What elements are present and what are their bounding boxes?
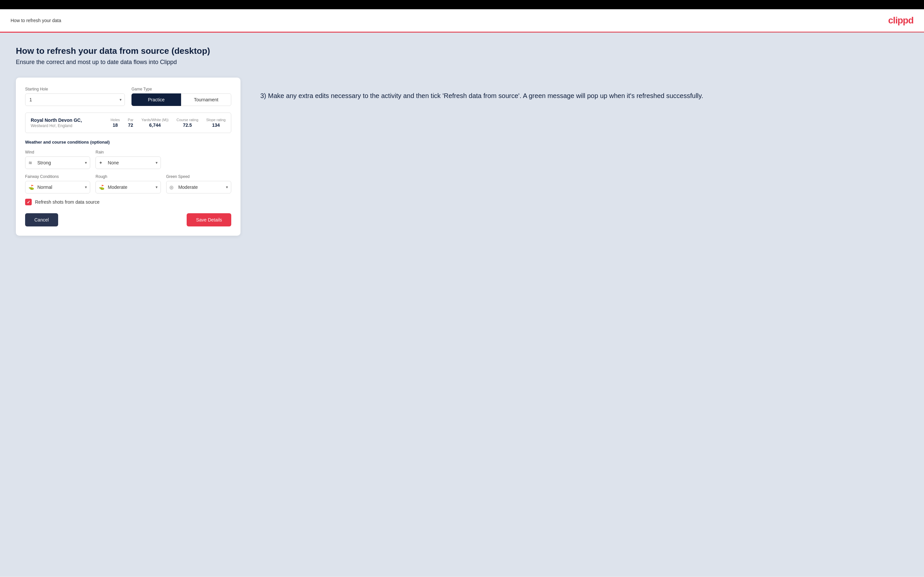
rain-select[interactable]: None Light Heavy xyxy=(95,156,160,169)
content-area: Starting Hole 1 10 ▾ Game Type Practice … xyxy=(16,77,908,236)
wind-group: Wind ≋ Strong Light None ▾ xyxy=(25,150,90,169)
rough-label: Rough xyxy=(95,174,160,179)
wind-select[interactable]: Strong Light None xyxy=(25,156,90,169)
course-rating-label: Course rating xyxy=(176,118,198,122)
course-stats: Holes 18 Par 72 Yards/White (M)) 6,744 C… xyxy=(111,118,226,128)
tournament-button[interactable]: Tournament xyxy=(181,93,231,106)
cancel-button[interactable]: Cancel xyxy=(25,213,58,226)
wind-select-wrapper: ≋ Strong Light None ▾ xyxy=(25,156,90,169)
fairway-icon: ⛳ xyxy=(28,185,34,190)
slope-rating-value: 134 xyxy=(212,122,220,128)
rough-select-wrapper: ⛳ Moderate Light Heavy ▾ xyxy=(95,181,160,193)
save-button[interactable]: Save Details xyxy=(187,213,231,226)
header: How to refresh your data clippd xyxy=(0,9,924,32)
refresh-label: Refresh shots from data source xyxy=(35,199,99,205)
main-content: How to refresh your data from source (de… xyxy=(0,33,924,577)
yards-label: Yards/White (M)) xyxy=(141,118,168,122)
course-location: Westward Ho!, England xyxy=(31,124,104,128)
starting-hole-group: Starting Hole 1 10 ▾ xyxy=(25,87,125,106)
game-type-buttons: Practice Tournament xyxy=(131,93,231,106)
course-rating-stat: Course rating 72.5 xyxy=(176,118,198,128)
rain-select-wrapper: ✦ None Light Heavy ▾ xyxy=(95,156,160,169)
slope-rating-label: Slope rating xyxy=(206,118,226,122)
holes-stat: Holes 18 xyxy=(111,118,120,128)
page-title: How to refresh your data from source (de… xyxy=(16,46,908,56)
yards-value: 6,744 xyxy=(149,122,161,128)
green-speed-select-wrapper: ◎ Moderate Fast Slow ▾ xyxy=(166,181,231,193)
button-row: Cancel Save Details xyxy=(25,213,231,226)
fairway-select-wrapper: ⛳ Normal Firm Soft ▾ xyxy=(25,181,90,193)
course-rating-value: 72.5 xyxy=(183,122,192,128)
form-card: Starting Hole 1 10 ▾ Game Type Practice … xyxy=(16,77,241,236)
holes-value: 18 xyxy=(113,122,118,128)
green-speed-label: Green Speed xyxy=(166,174,231,179)
par-label: Par xyxy=(128,118,134,122)
checkmark-icon: ✓ xyxy=(27,200,31,205)
par-value: 72 xyxy=(128,122,134,128)
rain-group: Rain ✦ None Light Heavy ▾ xyxy=(95,150,160,169)
info-text: 3) Make any extra edits necessary to the… xyxy=(260,91,908,101)
rough-icon: ⛳ xyxy=(99,185,104,190)
fairway-rough-green-row: Fairway Conditions ⛳ Normal Firm Soft ▾ … xyxy=(25,174,231,193)
practice-button[interactable]: Practice xyxy=(131,93,181,106)
rain-label: Rain xyxy=(95,150,160,155)
refresh-checkbox-row: ✓ Refresh shots from data source xyxy=(25,199,231,205)
top-bar xyxy=(0,0,924,9)
course-name: Royal North Devon GC, xyxy=(31,118,104,123)
row-starting-game: Starting Hole 1 10 ▾ Game Type Practice … xyxy=(25,87,231,106)
starting-hole-select-wrapper: 1 10 ▾ xyxy=(25,93,125,106)
par-stat: Par 72 xyxy=(128,118,134,128)
rain-icon: ✦ xyxy=(99,160,103,165)
refresh-checkbox[interactable]: ✓ xyxy=(25,199,32,205)
green-speed-group: Green Speed ◎ Moderate Fast Slow ▾ xyxy=(166,174,231,193)
green-speed-icon: ◎ xyxy=(170,185,173,190)
starting-hole-select[interactable]: 1 10 xyxy=(25,93,125,106)
info-panel: 3) Make any extra edits necessary to the… xyxy=(260,77,908,101)
course-info: Royal North Devon GC, Westward Ho!, Engl… xyxy=(25,113,231,133)
wind-icon: ≋ xyxy=(28,160,32,165)
starting-hole-label: Starting Hole xyxy=(25,87,125,92)
yards-stat: Yards/White (M)) 6,744 xyxy=(141,118,168,128)
rough-select[interactable]: Moderate Light Heavy xyxy=(95,181,160,193)
fairway-label: Fairway Conditions xyxy=(25,174,90,179)
fairway-group: Fairway Conditions ⛳ Normal Firm Soft ▾ xyxy=(25,174,90,193)
course-name-section: Royal North Devon GC, Westward Ho!, Engl… xyxy=(31,118,104,128)
wind-label: Wind xyxy=(25,150,90,155)
header-title: How to refresh your data xyxy=(11,18,61,23)
game-type-group: Game Type Practice Tournament xyxy=(131,87,231,106)
holes-label: Holes xyxy=(111,118,120,122)
green-speed-select[interactable]: Moderate Fast Slow xyxy=(166,181,231,193)
rough-group: Rough ⛳ Moderate Light Heavy ▾ xyxy=(95,174,160,193)
game-type-label: Game Type xyxy=(131,87,231,92)
fairway-select[interactable]: Normal Firm Soft xyxy=(25,181,90,193)
page-subtitle: Ensure the correct and most up to date d… xyxy=(16,59,908,66)
weather-section-title: Weather and course conditions (optional) xyxy=(25,140,231,145)
slope-rating-stat: Slope rating 134 xyxy=(206,118,226,128)
wind-rain-row: Wind ≋ Strong Light None ▾ Rain ✦ xyxy=(25,150,231,169)
logo: clippd xyxy=(888,15,913,26)
